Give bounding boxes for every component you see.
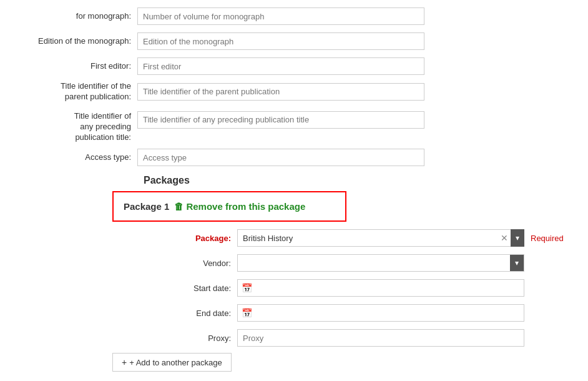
parent-title-input[interactable] [137,83,424,101]
form-section: for monograph: Edition of the monograph:… [0,6,588,381]
start-date-label: Start date: [112,284,237,293]
remove-package-label: Remove from this package [186,201,305,212]
package-fields: Package: British History ✕ ▾ Required Ve… [112,228,576,348]
required-label: Required [531,234,564,243]
access-type-row: Access type: [12,147,576,167]
end-date-label: End date: [112,309,237,318]
package-dropdown-button[interactable]: ▾ [511,229,524,247]
first-editor-input[interactable] [137,57,424,75]
edition-input[interactable] [137,32,424,50]
package-selected-value: British History [243,234,293,243]
add-package-label: + Add to another package [129,358,222,367]
access-type-label: Access type: [12,152,137,163]
main-container: for monograph: Edition of the monograph:… [0,0,588,381]
edition-label: Edition of the monograph: [12,36,137,47]
package-select-input[interactable]: British History [237,229,524,247]
package-field-row: Package: British History ✕ ▾ Required [112,228,576,248]
end-date-calendar-icon[interactable]: 📅 [238,308,256,318]
package-select-wrapper: British History ✕ ▾ [237,229,524,247]
volume-row: for monograph: [12,6,576,26]
end-date-input[interactable]: 📅 [237,304,524,322]
package-box: Package 1 🗑 Remove from this package [112,191,346,222]
package-field-label: Package: [112,234,237,243]
start-date-calendar-icon[interactable]: 📅 [238,283,256,293]
proxy-input[interactable] [237,329,524,347]
start-date-input[interactable]: 📅 [237,279,524,297]
preceding-title-input[interactable] [137,111,424,129]
vendor-field-row: Vendor: ▾ [112,253,576,273]
clear-package-button[interactable]: ✕ [498,233,511,243]
preceding-title-row: Title identifier ofany precedingpublicat… [12,107,576,143]
vendor-dropdown-button[interactable]: ▾ [510,255,524,271]
end-date-row: End date: 📅 [112,303,576,323]
parent-title-row: Title identifier of theparent publicatio… [12,81,576,102]
proxy-row: Proxy: [112,328,576,348]
access-type-input[interactable] [137,149,424,166]
edition-row: Edition of the monograph: [12,31,576,51]
preceding-title-label: Title identifier ofany precedingpublicat… [12,110,137,143]
volume-input[interactable] [137,7,424,25]
remove-package-button[interactable]: 🗑 Remove from this package [174,201,305,212]
first-editor-label: First editor: [12,61,137,72]
first-editor-row: First editor: [12,56,576,76]
add-package-button[interactable]: + + Add to another package [112,353,232,372]
proxy-label: Proxy: [112,334,237,343]
parent-title-label: Title identifier of theparent publicatio… [12,81,137,102]
trash-icon: 🗑 [174,201,184,212]
vendor-label: Vendor: [112,259,237,268]
package-select-controls: ✕ ▾ [498,229,524,247]
plus-icon: + [122,357,127,367]
packages-header: Packages [137,175,576,186]
start-date-row: Start date: 📅 [112,278,576,298]
package-box-label: Package 1 [124,201,169,212]
volume-label: for monograph: [12,11,137,22]
vendor-select[interactable]: ▾ [237,254,524,272]
